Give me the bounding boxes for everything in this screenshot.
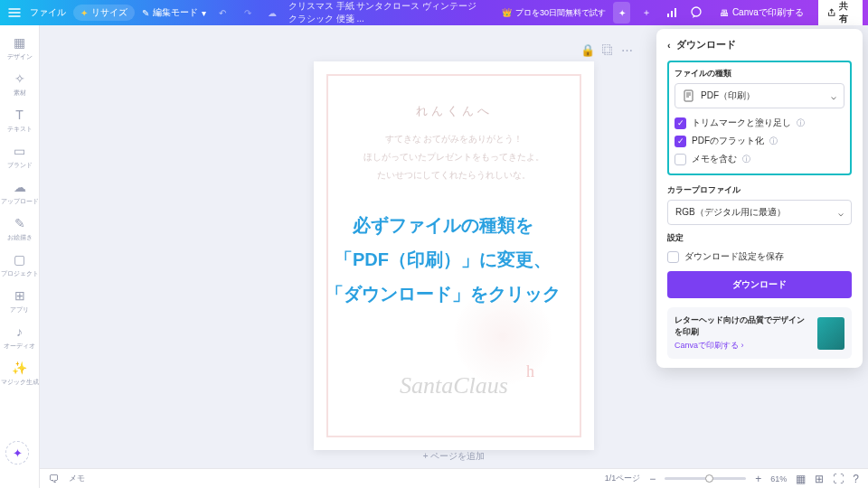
sidebar-item-design[interactable]: ▦デザイン bbox=[0, 31, 40, 65]
svg-point-3 bbox=[692, 7, 701, 16]
zoom-in-icon[interactable]: + bbox=[755, 473, 761, 485]
undo-button[interactable]: ↶ bbox=[213, 2, 231, 23]
letter-greeting: れんくんへ bbox=[328, 99, 580, 123]
flatten-pdf-option[interactable]: ✓ PDFのフラット化 ⓘ bbox=[675, 132, 844, 150]
flatten-label: PDFのフラット化 bbox=[692, 135, 764, 147]
settings-label: 設定 bbox=[667, 232, 852, 244]
download-title: ダウンロード bbox=[676, 38, 736, 52]
letter-line: ほしがっていたプレゼントをもってきたよ。 bbox=[328, 148, 580, 166]
chevron-down-icon: ▾ bbox=[202, 8, 206, 18]
resize-button[interactable]: ✦ リサイズ bbox=[73, 5, 135, 21]
grid-view-icon[interactable]: ▦ bbox=[796, 473, 806, 485]
magic-icon[interactable]: ✦ bbox=[613, 2, 630, 23]
edit-mode-menu[interactable]: ✎ 編集モード ▾ bbox=[142, 6, 206, 19]
slider-knob[interactable] bbox=[705, 474, 713, 483]
trim-marks-option[interactable]: ✓ トリムマークと塗り足し ⓘ bbox=[675, 114, 844, 132]
magic-wand-icon: ✨ bbox=[12, 360, 28, 376]
memo-button[interactable]: メモ bbox=[69, 473, 85, 484]
download-panel-header[interactable]: ‹ ダウンロード bbox=[667, 38, 852, 52]
more-icon[interactable]: ⋯ bbox=[621, 43, 633, 57]
letter-line: たいせつにしてくれたらうれしいな。 bbox=[328, 166, 580, 184]
sidebar-item-brand[interactable]: ▭ブランド bbox=[0, 139, 40, 174]
sidebar-item-upload[interactable]: ☁アップロード bbox=[0, 175, 40, 210]
checkbox-checked-icon: ✓ bbox=[675, 136, 686, 147]
pencil-icon: ✎ bbox=[142, 8, 149, 18]
upload-icon: ☁ bbox=[12, 179, 28, 195]
file-type-select[interactable]: PDF（印刷） ⌵ bbox=[675, 83, 844, 108]
bottom-status-bar: 🗨 メモ 1/1ページ − + 61% ▦ ⊞ ⛶ ? bbox=[40, 468, 868, 488]
sidebar-item-audio[interactable]: ♪オーディオ bbox=[0, 320, 40, 354]
pro-trial-button[interactable]: 👑 プロを30日間無料で試す bbox=[502, 7, 606, 19]
promo-title: レターヘッド向けの品質でデザインを印刷 bbox=[675, 314, 810, 338]
download-panel: ‹ ダウンロード ファイルの種類 PDF（印刷） ⌵ ✓ トリムマークと塗り足し… bbox=[656, 29, 863, 368]
svg-rect-2 bbox=[675, 8, 676, 17]
zoom-value[interactable]: 61% bbox=[770, 474, 787, 483]
add-icon[interactable]: ＋ bbox=[637, 2, 655, 23]
page-toolbar: 🔒 ⿻ ⋯ bbox=[580, 43, 633, 57]
print-promo-card[interactable]: レターヘッド向けの品質でデザインを印刷 Canvaで印刷する › bbox=[667, 307, 852, 359]
cloud-sync-icon[interactable]: ☁ bbox=[263, 2, 280, 23]
sidebar-item-elements[interactable]: ✧素材 bbox=[0, 67, 40, 101]
chevron-down-icon: ⌵ bbox=[831, 91, 836, 101]
help-icon[interactable]: ? bbox=[853, 473, 859, 485]
top-menu-bar: ファイル ✦ リサイズ ✎ 編集モード ▾ ↶ ↷ ☁ クリスマス 手紙 サンタ… bbox=[0, 0, 868, 25]
file-menu[interactable]: ファイル bbox=[30, 6, 66, 19]
include-memo-option[interactable]: メモを含む ⓘ bbox=[675, 150, 844, 168]
color-profile-label: カラープロファイル bbox=[667, 184, 852, 196]
info-icon[interactable]: ⓘ bbox=[742, 154, 750, 165]
menu-icon[interactable] bbox=[5, 2, 23, 23]
canva-print-button[interactable]: 🖶 Canvaで印刷する bbox=[712, 4, 811, 22]
lock-icon[interactable]: 🔒 bbox=[580, 43, 595, 57]
apps-icon: ⊞ bbox=[12, 287, 28, 304]
comment-icon[interactable] bbox=[687, 2, 704, 23]
audio-icon: ♪ bbox=[12, 324, 28, 340]
letter-body: れんくんへ すてきな おてがみをありがとう！ ほしがっていたプレゼントをもってき… bbox=[328, 76, 580, 184]
checkbox-checked-icon: ✓ bbox=[675, 117, 686, 129]
download-button[interactable]: ダウンロード bbox=[667, 271, 852, 298]
draw-icon: ✎ bbox=[12, 215, 28, 231]
sidebar-item-projects[interactable]: ▢プロジェクト bbox=[0, 248, 40, 282]
file-type-value: PDF（印刷） bbox=[701, 89, 755, 102]
info-icon[interactable]: ⓘ bbox=[769, 136, 778, 147]
save-settings-option[interactable]: ダウンロード設定を保存 bbox=[667, 248, 852, 266]
sidebar-item-text[interactable]: Tテキスト bbox=[0, 103, 40, 137]
file-type-highlight-box: ファイルの種類 PDF（印刷） ⌵ ✓ トリムマークと塗り足し ⓘ ✓ PDFの… bbox=[667, 61, 852, 175]
svg-rect-1 bbox=[671, 11, 673, 17]
fullscreen-icon[interactable]: ⛶ bbox=[833, 473, 844, 485]
svg-rect-0 bbox=[667, 14, 669, 17]
brand-icon: ▭ bbox=[12, 143, 28, 159]
resize-label: リサイズ bbox=[91, 6, 127, 19]
help-fab-button[interactable]: ✦ bbox=[5, 441, 29, 465]
sidebar-item-draw[interactable]: ✎お絵描き bbox=[0, 211, 40, 246]
zoom-slider[interactable] bbox=[665, 477, 746, 480]
signature-santa: SantaClaus bbox=[400, 372, 508, 399]
text-icon: T bbox=[12, 107, 28, 123]
trial-label: プロを30日間無料で試す bbox=[515, 7, 606, 19]
design-icon: ▦ bbox=[12, 34, 28, 51]
duplicate-icon[interactable]: ⿻ bbox=[602, 43, 614, 57]
left-sidebar: ▦デザイン ✧素材 Tテキスト ▭ブランド ☁アップロード ✎お絵描き ▢プロジ… bbox=[0, 25, 40, 488]
signature-script: h bbox=[526, 362, 534, 381]
add-page-button[interactable]: + ページを追加 bbox=[418, 445, 491, 468]
save-settings-label: ダウンロード設定を保存 bbox=[684, 250, 784, 263]
color-profile-value: RGB（デジタル用に最適） bbox=[675, 206, 786, 219]
sidebar-item-magic[interactable]: ✨マジック生成 bbox=[0, 356, 40, 390]
info-icon[interactable]: ⓘ bbox=[797, 117, 805, 129]
thumbnail-view-icon[interactable]: ⊞ bbox=[815, 473, 824, 485]
svg-rect-4 bbox=[684, 90, 693, 101]
color-profile-select[interactable]: RGB（デジタル用に最適） ⌵ bbox=[667, 200, 852, 225]
zoom-out-icon[interactable]: − bbox=[649, 473, 656, 485]
print-label: Canvaで印刷する bbox=[732, 6, 804, 19]
notes-icon[interactable]: 🗨 bbox=[49, 473, 60, 485]
promo-link[interactable]: Canvaで印刷する › bbox=[675, 340, 810, 352]
redo-button[interactable]: ↷ bbox=[239, 2, 256, 23]
chevron-down-icon: ⌵ bbox=[838, 208, 844, 218]
document-title[interactable]: クリスマス 手紙 サンタクロース ヴィンテージ クラシック 便箋 ... bbox=[288, 0, 487, 25]
analytics-icon[interactable] bbox=[663, 2, 680, 23]
annotation-line: 「ダウンロード」をクリック bbox=[253, 277, 633, 311]
letter-line: すてきな おてがみをありがとう！ bbox=[328, 130, 580, 148]
chevron-left-icon: ‹ bbox=[667, 40, 671, 51]
sidebar-item-apps[interactable]: ⊞アプリ bbox=[0, 284, 40, 318]
crown-icon: 👑 bbox=[502, 8, 512, 17]
page-indicator[interactable]: 1/1ページ bbox=[605, 473, 641, 484]
